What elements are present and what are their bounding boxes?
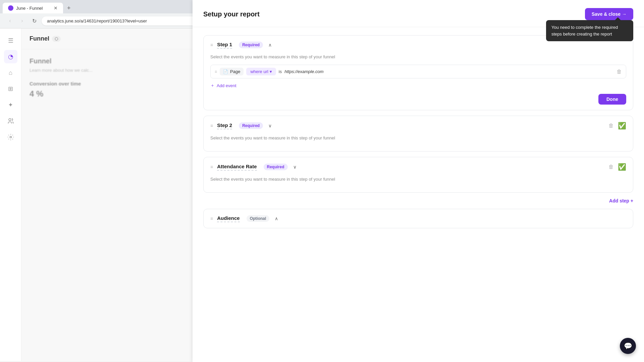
step-1-card: ≡ Step 1 Required ∧ Select the events yo… — [203, 35, 633, 110]
step-2-header: ≡ Step 2 Required ∨ 🗑 ✅ — [204, 116, 633, 135]
sidebar: ☰ ◔ ⌂ ⊞ ✦ — [0, 28, 21, 361]
event-drag-handle[interactable]: ≡ — [215, 69, 217, 74]
tab-title: June - Funnel — [16, 6, 43, 11]
step-1-drag-handle[interactable]: ≡ — [210, 42, 213, 48]
tooltip-text: You need to complete the required steps … — [551, 25, 618, 37]
panel-header: Setup your report Save & close → You nee… — [193, 0, 644, 27]
step-1-name: Step 1 — [217, 42, 232, 49]
funnel-title: Funnel — [30, 35, 49, 42]
audience-name: Audience — [217, 215, 240, 222]
step-attendance-delete-button[interactable]: 🗑 — [607, 163, 615, 171]
browser-tab[interactable]: June - Funnel ✕ — [3, 3, 63, 13]
refresh-button[interactable]: ↻ — [30, 16, 39, 25]
sidebar-icon-chart[interactable]: ⊞ — [4, 82, 17, 96]
sidebar-icon-settings[interactable] — [4, 130, 17, 144]
step-2-name: Step 2 — [217, 122, 232, 129]
step-attendance-card: ≡ Attendance Rate Required ∨ 🗑 ✅ Select … — [203, 157, 633, 193]
event-row-0: ≡ 📄 Page where url ▾ is https://example.… — [210, 65, 626, 78]
conversion-percent: 4 % — [30, 89, 184, 99]
add-step-button[interactable]: Add step + — [609, 198, 633, 203]
add-step-row: Add step + — [203, 198, 633, 203]
panel-title: Setup your report — [203, 10, 260, 18]
step-2-description: Select the events you want to measure in… — [210, 135, 626, 140]
svg-point-0 — [9, 119, 11, 121]
step-attendance-collapse-button[interactable]: ∨ — [292, 163, 298, 171]
sidebar-icon-menu[interactable]: ☰ — [4, 34, 17, 47]
page-icon: 📄 — [223, 69, 228, 74]
event-delete-button[interactable]: 🗑 — [616, 69, 622, 75]
step-2-collapse-button[interactable]: ∨ — [267, 122, 273, 130]
step-attendance-name: Attendance Rate — [217, 164, 257, 171]
funnel-badge: ⬡ — [52, 36, 61, 42]
forward-button[interactable]: › — [17, 16, 27, 25]
add-event-label: Add event — [217, 83, 236, 88]
step-1-body: Select the events you want to measure in… — [204, 54, 633, 110]
event-type-label: Page — [230, 69, 240, 74]
step-2-header-right: 🗑 ✅ — [607, 121, 626, 130]
sidebar-icon-loading[interactable]: ◔ — [4, 50, 17, 63]
step-1-description: Select the events you want to measure in… — [210, 54, 626, 59]
tab-close-button[interactable]: ✕ — [54, 5, 58, 11]
setup-panel: Setup your report Save & close → You nee… — [193, 0, 644, 362]
filter-dropdown-icon: ▾ — [270, 69, 272, 74]
event-type-badge: 📄 Page — [220, 68, 244, 75]
step-1-collapse-button[interactable]: ∧ — [267, 41, 273, 49]
step-2-drag-handle[interactable]: ≡ — [210, 123, 213, 128]
where-url-label: where url — [250, 69, 268, 74]
audience-card: ≡ Audience Optional ∧ — [203, 209, 633, 228]
back-button[interactable]: ‹ — [5, 16, 15, 25]
add-event-icon: ＋ — [210, 82, 215, 88]
sidebar-icon-home[interactable]: ⌂ — [4, 66, 17, 79]
sidebar-icon-spark[interactable]: ✦ — [4, 98, 17, 112]
filter-operator: is — [279, 69, 282, 74]
audience-collapse-button[interactable]: ∧ — [273, 215, 279, 223]
save-close-button[interactable]: Save & close → — [585, 8, 633, 20]
step-attendance-header: ≡ Attendance Rate Required ∨ 🗑 ✅ — [204, 157, 633, 177]
filter-value: https://example.com — [284, 69, 323, 74]
add-event-button[interactable]: ＋ Add event — [210, 81, 236, 90]
step-2-required-badge: Required — [239, 122, 263, 129]
audience-header: ≡ Audience Optional ∧ — [204, 209, 633, 228]
audience-drag-handle[interactable]: ≡ — [210, 216, 213, 221]
done-button[interactable]: Done — [598, 94, 626, 105]
conversion-title: Conversion over time — [30, 81, 184, 86]
funnel-name: Funnel — [30, 57, 184, 65]
add-step-label: Add step + — [609, 198, 633, 203]
step-2-card: ≡ Step 2 Required ∨ 🗑 ✅ Select the event… — [203, 116, 633, 152]
chat-fab-button[interactable]: 💬 — [620, 338, 636, 354]
main-content-area: Funnel ⬡ Funnel Learn more about how we … — [21, 28, 193, 361]
panel-content: ≡ Step 1 Required ∧ Select the events yo… — [193, 27, 644, 236]
tooltip: You need to complete the required steps … — [546, 20, 633, 41]
step-attendance-required-badge: Required — [264, 164, 288, 170]
svg-point-1 — [10, 136, 11, 138]
funnel-note: Learn more about how we calc... — [30, 68, 184, 73]
step-2-check-icon: ✅ — [618, 122, 626, 130]
step-attendance-header-left: ≡ Attendance Rate Required ∨ — [210, 163, 298, 171]
audience-optional-badge: Optional — [247, 215, 270, 222]
step-attendance-description: Select the events you want to measure in… — [210, 177, 626, 182]
tab-favicon — [8, 5, 13, 11]
new-tab-button[interactable]: + — [64, 3, 73, 13]
chat-fab-icon: 💬 — [624, 342, 632, 350]
step-attendance-check-icon: ✅ — [618, 163, 626, 171]
step-2-header-left: ≡ Step 2 Required ∨ — [210, 122, 273, 130]
step-2-body: Select the events you want to measure in… — [204, 135, 633, 151]
done-btn-container: Done — [210, 94, 626, 105]
step-attendance-body: Select the events you want to measure in… — [204, 177, 633, 192]
step-attendance-header-right: 🗑 ✅ — [607, 163, 626, 171]
step-1-required-badge: Required — [239, 42, 263, 48]
step-1-header-left: ≡ Step 1 Required ∧ — [210, 41, 273, 49]
step-2-delete-button[interactable]: 🗑 — [607, 121, 615, 130]
where-url-filter-button[interactable]: where url ▾ — [246, 68, 276, 75]
sidebar-icon-users[interactable] — [4, 114, 17, 128]
step-attendance-drag-handle[interactable]: ≡ — [210, 164, 213, 170]
